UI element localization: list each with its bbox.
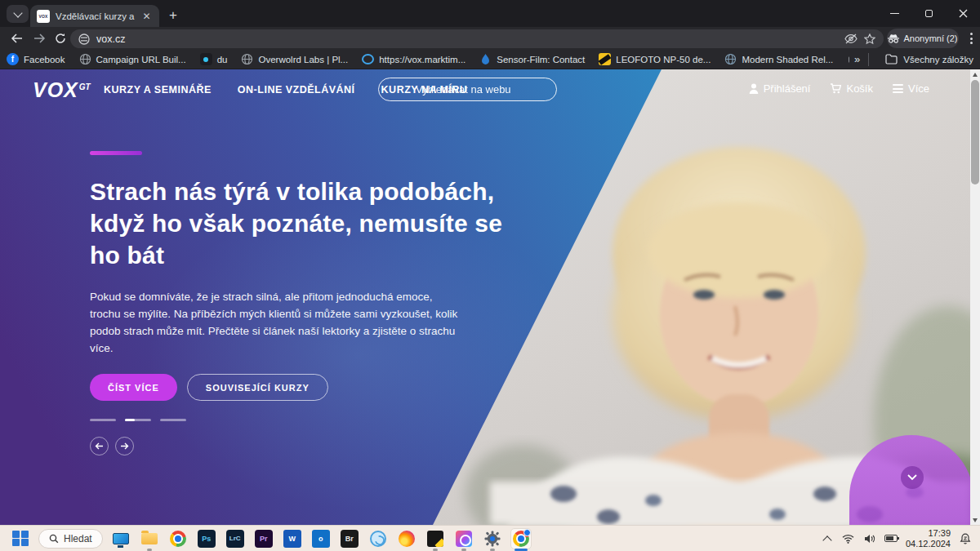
volume-button[interactable] [863,532,876,545]
carousel-indicator-2-active[interactable] [125,419,151,421]
chrome-active-window-button[interactable] [510,528,532,549]
bookmark-item[interactable]: Overwolrd Labs | Pl... [241,53,348,65]
back-icon [11,33,23,43]
bookmarks-bar: f Facebook Campaign URL Buil... du Overw… [0,50,980,69]
bookmark-label: Modern Shaded Rel... [742,55,833,64]
tray-expand-button[interactable] [821,532,834,545]
bookmark-item[interactable]: f Facebook [7,53,65,65]
scroll-down-button[interactable] [901,466,924,489]
virtual-desktops-button[interactable] [110,528,131,549]
battery-button[interactable] [884,532,898,545]
bookmark-item[interactable]: Sensor-Film: Contact [479,53,585,65]
tab-search-button[interactable] [7,5,29,23]
carousel-prev-button[interactable] [90,437,109,455]
hero-paragraph: Pokud se domníváte, že je strach silná, … [90,288,464,357]
incognito-profile-badge[interactable]: Anonymní (2) [887,29,959,48]
bookmark-item[interactable]: Modern Shaded Rel... [724,53,833,65]
photo-app-button[interactable] [425,528,446,549]
arrow-right-icon [120,442,129,450]
start-button[interactable] [10,528,31,549]
firefox-button[interactable] [396,528,417,549]
creative-cloud-button[interactable] [453,528,474,549]
browser-tab[interactable]: VOX Vzdělávací kurzy a školení – Vz ✕ [30,5,159,27]
page-scrollbar[interactable] [970,69,980,525]
firefox-icon [399,531,415,547]
bookmark-item[interactable]: Buy Osmo Action 4 [847,53,849,65]
globe-icon [724,53,737,65]
site-search-input[interactable] [379,83,559,96]
bookmark-list: f Facebook Campaign URL Buil... du Overw… [7,53,849,65]
minimize-button[interactable] [877,0,911,27]
bookmarks-overflow-button[interactable]: » [854,53,860,65]
scrollbar-up-arrow[interactable] [970,69,980,79]
scrollbar-thumb[interactable] [971,80,979,184]
leofoto-icon [599,53,611,65]
bookmark-star-icon[interactable] [864,33,875,45]
word-button[interactable]: W [282,528,303,549]
bridge-button[interactable]: Br [339,528,360,549]
settings-button[interactable] [482,528,503,549]
carousel-indicator-1[interactable] [90,419,116,421]
taskbar-clock[interactable]: 17:39 04.12.2024 [906,528,951,549]
site-search[interactable] [378,78,557,101]
droplet-icon [479,53,492,65]
outlook-button[interactable]: o [310,528,332,549]
camera-icon [847,53,849,65]
bookmark-item[interactable]: du [200,53,228,65]
hero-heading: Strach nás týrá v tolika podobách, když … [90,176,514,271]
site-favicon: VOX [37,10,50,23]
file-explorer-button[interactable] [139,528,160,549]
premiere-button[interactable]: Pr [253,528,274,549]
hamburger-icon [893,84,903,93]
notifications-button[interactable] [959,532,972,545]
lightroom-icon: LrC [226,530,244,548]
bookmark-label: Sensor-Film: Contact [497,55,585,64]
new-tab-button[interactable]: + [163,6,183,25]
login-link[interactable]: Přihlášení [749,82,811,95]
carousel-next-button[interactable] [115,437,134,455]
logo-sup: GT [79,82,91,91]
scrollbar-down-arrow[interactable] [970,515,980,525]
taskbar-search[interactable]: Hledat [38,529,103,549]
windows-taskbar: Hledat Ps LrC Pr W o Br [0,525,980,551]
clock-badge-icon [523,529,531,536]
login-label: Přihlášení [764,82,811,95]
maximize-icon [925,10,933,17]
close-button[interactable] [946,0,980,27]
premiere-icon: Pr [255,530,273,548]
hero-section: Strach nás týrá v tolika podobách, když … [90,151,523,401]
lightroom-button[interactable]: LrC [225,528,246,549]
bookmark-item[interactable]: https://vox.marktim... [362,54,466,64]
site-info-icon[interactable] [78,33,90,45]
wifi-button[interactable] [842,532,855,545]
reload-button[interactable] [51,29,70,48]
carousel-indicator-3[interactable] [160,419,186,421]
maximize-button[interactable] [911,0,946,27]
photoshop-button[interactable]: Ps [196,528,217,549]
related-courses-button[interactable]: SOUVISEJÍCÍ KURZY [187,374,328,401]
bookmark-item[interactable]: Campaign URL Buil... [79,53,186,65]
blue-circle-app-button[interactable] [368,528,389,549]
tab-close-icon[interactable]: ✕ [140,10,153,23]
eye-off-icon[interactable] [844,33,858,44]
browser-menu-button[interactable] [965,30,977,47]
nav-kurzy-a-seminare[interactable]: KURZY A SEMINÁŘE [104,84,212,96]
forward-button[interactable] [29,29,49,48]
chrome-button[interactable] [167,528,189,549]
all-bookmarks-button[interactable]: Všechny záložky [885,54,973,64]
more-link[interactable]: Více [893,82,929,95]
accent-bar [90,151,142,155]
cart-link[interactable]: Košík [830,82,873,95]
bookmark-item[interactable]: LEOFOTO NP-50 de... [599,53,710,65]
arrow-left-icon [95,442,104,450]
all-bookmarks-label: Všechny záložky [903,55,973,64]
account-links: Přihlášení Košík Více [749,82,929,95]
read-more-button[interactable]: ČÍST VÍCE [90,374,177,401]
carousel-indicators [90,419,186,421]
nav-online-vzdelavani[interactable]: ON-LINE VZDĚLÁVÁNÍ [238,84,355,96]
site-logo[interactable]: VOXGT [33,78,91,102]
bridge-icon: Br [341,530,359,548]
address-bar[interactable]: vox.cz [70,29,884,48]
back-button[interactable] [7,29,26,48]
cta-row: ČÍST VÍCE SOUVISEJÍCÍ KURZY [90,374,523,401]
